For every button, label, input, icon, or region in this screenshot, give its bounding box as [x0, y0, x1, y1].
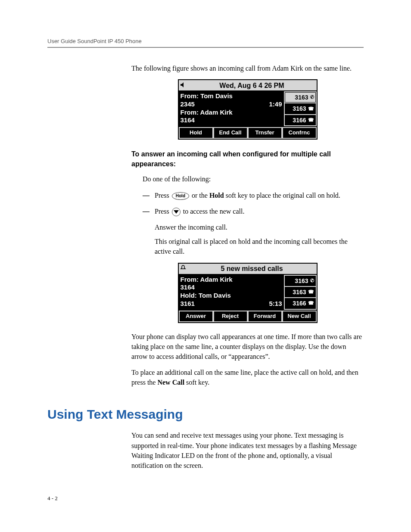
step-text: or the — [190, 192, 209, 199]
procedure-step-1: Press Hold or the Hold soft key to place… — [143, 190, 364, 200]
section-heading: Using Text Messaging — [47, 407, 364, 422]
body-column: You can send and receive text messages u… — [131, 430, 364, 470]
substep-2: This original call is placed on hold and… — [155, 236, 364, 256]
phone-screen-figure-1: Wed, Aug 6 4 26 PM From: Tom Davis 2345 … — [178, 79, 318, 140]
phone-screen-figure-2: 5 new missed calls From: Adam Kirk 3164 … — [178, 263, 318, 323]
call-ext-2: 3164 — [181, 116, 282, 124]
header-rule — [47, 47, 364, 48]
section-paragraph: You can send and receive text messages u… — [131, 430, 364, 470]
step-text: Press — [155, 208, 171, 215]
softkey-row: Hold End Call Trnsfer Confrnc — [179, 127, 317, 139]
bold-newcall: New Call — [157, 379, 184, 386]
line-key-label: 3166 — [293, 116, 306, 124]
phone-body: From: Adam Kirk 3164 Hold: Tom Davis 316… — [179, 275, 317, 311]
line-key-1: 3163 ✆ — [285, 276, 316, 286]
speaker-icon — [179, 81, 187, 90]
page-number: 4 - 2 — [47, 495, 58, 502]
call-from-line: From: Adam Kirk — [181, 276, 282, 284]
softkey-endcall: End Call — [214, 128, 247, 138]
phone-titlebar: 5 new missed calls — [179, 264, 317, 275]
line-key-label: 3163 — [295, 93, 308, 102]
phone-main-area: From: Tom Davis 2345 1:49 From: Adam Kir… — [179, 91, 284, 126]
text: soft key. — [184, 379, 209, 386]
call-id: 3161 — [181, 300, 195, 308]
call-from-line: From: Tom Davis — [181, 92, 282, 100]
handset-icon: ☎ — [308, 289, 314, 296]
intro-paragraph: The following figure shows an incoming c… — [131, 63, 364, 73]
svg-marker-0 — [181, 82, 184, 87]
line-keys: 3163 ✆ 3163 ☎ 3166 ☎ — [284, 275, 317, 310]
softkey-reject: Reject — [214, 311, 247, 321]
line-keys: 3163 ✆ 3163 ☎ 3166 ☎ — [284, 91, 317, 126]
softkey-answer: Answer — [180, 311, 212, 321]
substep-1: Answer the incoming call. — [155, 222, 364, 232]
down-arrow-key-icon — [172, 208, 181, 216]
phone-title-text: Wed, Aug 6 4 26 PM — [187, 81, 317, 90]
softkey-newcall: New Call — [283, 311, 316, 321]
phone-titlebar: Wed, Aug 6 4 26 PM — [179, 80, 317, 91]
softkey-row: Answer Reject Forward New Call — [179, 311, 317, 322]
call-ext: 3164 — [181, 283, 282, 292]
procedure-step-2: Press to access the new call. Answer the… — [143, 206, 364, 257]
bold-hold: Hold — [209, 192, 224, 199]
call-hold-line: Hold: Tom Davis — [181, 292, 282, 300]
call-timer: 5:13 — [269, 300, 282, 308]
phone-body: From: Tom Davis 2345 1:49 From: Adam Kir… — [179, 91, 317, 127]
softkey-conference: Confrnc — [283, 128, 316, 138]
call-info-row: 2345 1:49 — [181, 100, 282, 109]
softkey-hold: Hold — [180, 128, 212, 138]
line-key-label: 3163 — [293, 104, 306, 113]
call-id: 2345 — [181, 100, 195, 109]
line-key-label: 3163 — [293, 288, 306, 296]
step-text: soft key to place the original call on h… — [224, 192, 340, 199]
call-timer: 1:49 — [269, 100, 282, 109]
call-from-line-2: From: Adam Kirk — [181, 109, 282, 117]
handset-icon: ✆ — [310, 94, 314, 101]
handset-icon: ✆ — [310, 277, 314, 284]
svg-marker-1 — [174, 210, 179, 214]
line-key-2: 3163 ☎ — [285, 103, 316, 114]
call-info-row: 3161 5:13 — [181, 300, 282, 308]
procedure-steps: Press Hold or the Hold soft key to place… — [143, 190, 364, 257]
line-key-2: 3163 ☎ — [285, 287, 316, 297]
handset-icon: ☎ — [308, 117, 314, 124]
phone-title-text: 5 new missed calls — [187, 264, 317, 274]
step-text: to access the new call. — [181, 208, 245, 215]
procedure-lead: Do one of the following: — [143, 174, 364, 184]
softkey-forward: Forward — [249, 311, 281, 321]
handset-icon: ☎ — [308, 300, 314, 307]
bell-icon — [179, 264, 187, 274]
line-key-label: 3166 — [293, 299, 306, 308]
step-text: Press — [155, 192, 171, 199]
page: User Guide SoundPoint IP 450 Phone The f… — [0, 0, 411, 532]
line-key-3: 3166 ☎ — [285, 115, 316, 125]
procedure-heading: To answer an incoming call when configur… — [131, 149, 364, 169]
line-key-3: 3166 ☎ — [285, 298, 316, 308]
running-header: User Guide SoundPoint IP 450 Phone — [47, 38, 364, 44]
body-column: The following figure shows an incoming c… — [131, 63, 364, 387]
line-key-1: 3163 ✆ — [285, 92, 316, 103]
phone-main-area: From: Adam Kirk 3164 Hold: Tom Davis 316… — [179, 275, 284, 310]
hold-key-icon: Hold — [172, 192, 189, 200]
softkey-transfer: Trnsfer — [249, 128, 281, 138]
after-paragraph-2: To place an additional call on the same … — [131, 367, 364, 387]
line-key-label: 3163 — [295, 277, 308, 285]
after-paragraph-1: Your phone can display two call appearan… — [131, 332, 364, 362]
handset-icon: ☎ — [308, 106, 314, 112]
